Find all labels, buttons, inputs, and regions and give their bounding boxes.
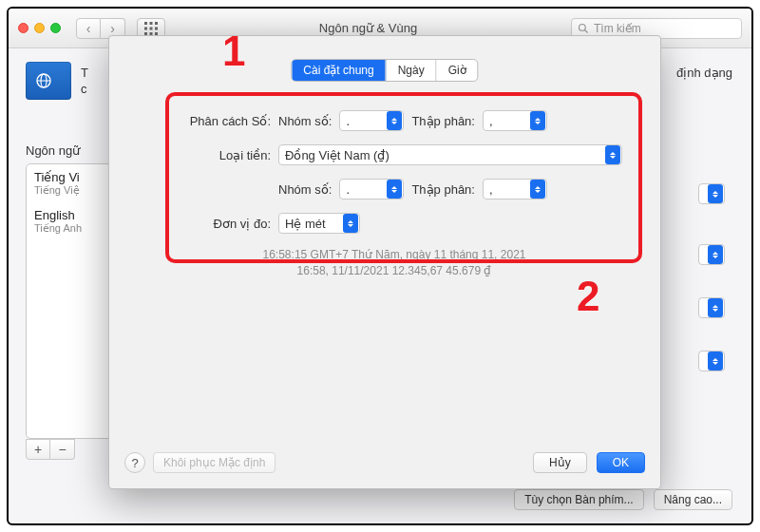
remove-language-button[interactable]: − — [50, 439, 75, 460]
region-dropdown[interactable] — [698, 183, 725, 204]
traffic-lights — [18, 23, 61, 33]
restore-defaults-button[interactable]: Khôi phục Mặc định — [153, 452, 276, 473]
pref-desc-line1: T — [81, 65, 88, 81]
cancel-button[interactable]: Hủy — [533, 452, 587, 473]
svg-rect-4 — [150, 27, 153, 29]
help-button[interactable]: ? — [124, 452, 145, 473]
svg-rect-2 — [155, 22, 158, 25]
zoom-window-button[interactable] — [50, 23, 61, 33]
pref-desc-line2: c — [81, 81, 88, 97]
close-window-button[interactable] — [18, 23, 28, 33]
tab-times[interactable]: Giờ — [437, 60, 478, 81]
search-placeholder: Tìm kiếm — [594, 22, 641, 35]
svg-rect-1 — [150, 22, 153, 25]
sheet-tabs: Cài đặt chung Ngày Giờ — [291, 59, 478, 82]
tab-general[interactable]: Cài đặt chung — [292, 60, 386, 81]
format-label: định dạng — [676, 66, 732, 80]
annotation-number-1: 1 — [222, 28, 245, 75]
search-icon — [578, 23, 589, 34]
example-line2: 16:58, 11/11/2021 12.345,67 45.679 ₫ — [166, 263, 622, 279]
globe-flag-icon — [34, 71, 63, 90]
ok-button[interactable]: OK — [597, 452, 645, 473]
tab-dates[interactable]: Ngày — [387, 60, 437, 81]
svg-rect-5 — [155, 27, 158, 29]
grid-icon — [144, 22, 158, 35]
advanced-button[interactable]: Nâng cao... — [654, 489, 732, 510]
prefpane-icon — [26, 62, 71, 100]
minimize-window-button[interactable] — [34, 23, 45, 33]
svg-rect-0 — [144, 22, 147, 25]
svg-point-9 — [580, 24, 586, 30]
first-day-dropdown[interactable] — [698, 244, 725, 265]
svg-line-10 — [585, 29, 588, 32]
temperature-dropdown[interactable] — [698, 351, 725, 371]
svg-rect-3 — [144, 27, 147, 29]
annotation-number-2: 2 — [577, 273, 599, 320]
annotation-highlight-box — [165, 92, 642, 263]
keyboard-prefs-button[interactable]: Tùy chọn Bàn phím... — [514, 489, 643, 510]
add-language-button[interactable]: + — [26, 439, 50, 460]
back-button[interactable]: ‹ — [76, 18, 101, 39]
calendar-dropdown[interactable] — [698, 297, 725, 318]
